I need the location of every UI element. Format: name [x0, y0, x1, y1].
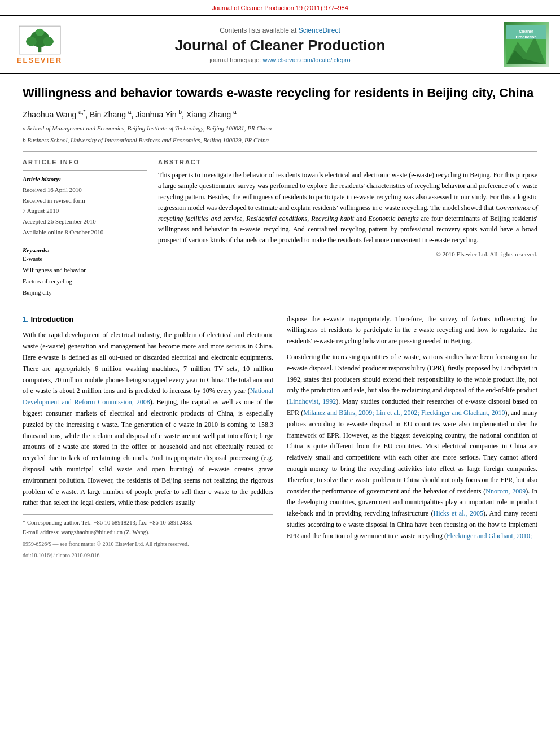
ref-lindhqvist[interactable]: Lindhqvist, 1992 — [289, 397, 336, 405]
journal-main-title: Journal of Cleaner Production — [68, 37, 492, 54]
top-bar: Journal of Cleaner Production 19 (2011) … — [0, 0, 560, 15]
footnote-line-1: * Corresponding author. Tel.: +86 10 689… — [23, 518, 273, 528]
paper-title: Willingness and behavior towards e-waste… — [23, 85, 537, 102]
keyword-1: E-waste — [23, 254, 147, 265]
article-info-abstract-section: ARTICLE INFO Article history: Received 1… — [23, 159, 537, 298]
article-history-block: Article history: Received 16 April 2010 … — [23, 170, 147, 237]
doi-text: doi:10.1016/j.jclepro.2010.09.016 — [23, 552, 99, 558]
affiliation-b: b Business School, University of Interna… — [23, 136, 537, 145]
sciencedirect-line: Contents lists available at ScienceDirec… — [68, 27, 492, 34]
affiliation-a: a School of Management and Economics, Be… — [23, 124, 537, 133]
article-info-column: ARTICLE INFO Article history: Received 1… — [23, 159, 147, 298]
elsevier-logo: ELSEVIER — [11, 25, 68, 64]
keywords-block: Keywords: E-waste Willingness and behavi… — [23, 243, 147, 298]
issn-line: 0959-6526/$ — see front matter © 2010 El… — [23, 540, 273, 549]
svg-point-5 — [36, 28, 44, 36]
body-left-column: 1. Introduction With the rapid developme… — [23, 314, 273, 560]
authors-text: Zhaohua Wang a,*, Bin Zhang a, Jianhua Y… — [23, 110, 237, 119]
section1-num: 1. — [23, 315, 30, 324]
journal-homepage-link[interactable]: www.elsevier.com/locate/jclepro — [262, 56, 350, 63]
accepted-date: Accepted 26 September 2010 — [23, 216, 147, 227]
received-revised-label: Received in revised form — [23, 195, 147, 206]
paper-meta-section: Willingness and behavior towards e-waste… — [0, 74, 560, 304]
ref-link-1[interactable]: National Development and Reform Commissi… — [23, 387, 273, 406]
journal-homepage-line: journal homepage: www.elsevier.com/locat… — [68, 56, 492, 63]
abstract-body: This paper is to investigate the behavio… — [158, 170, 537, 246]
revised-date: 7 August 2010 — [23, 206, 147, 216]
body-para-3: Considering the increasing quantities of… — [287, 352, 537, 542]
body-two-columns: 1. Introduction With the rapid developme… — [23, 314, 537, 560]
elsevier-tree-icon — [19, 25, 61, 55]
keyword-3: Factors of recycling — [23, 276, 147, 287]
cleaner-production-logo: Cleaner Production — [492, 22, 549, 67]
ref-nnorom[interactable]: Nnorom, 2009 — [485, 487, 526, 495]
section1-heading: 1. Introduction — [23, 314, 273, 326]
keywords-list: E-waste Willingness and behavior Factors… — [23, 254, 147, 298]
body-section: 1. Introduction With the rapid developme… — [0, 314, 560, 560]
abstract-text-content: This paper is to investigate the behavio… — [158, 171, 537, 244]
ref-milanez[interactable]: Milanez and Bührs, 2009; Lin et al., 200… — [303, 409, 505, 417]
cleaner-prod-logo-box: Cleaner Production — [504, 22, 549, 67]
svg-point-4 — [43, 36, 54, 46]
journal-header-center: Contents lists available at ScienceDirec… — [68, 27, 492, 63]
doi-line: doi:10.1016/j.jclepro.2010.09.016 — [23, 551, 273, 560]
cleaner-prod-image: Cleaner Production — [506, 25, 546, 64]
sciencedirect-link[interactable]: ScienceDirect — [299, 27, 340, 34]
footnote-line-2: E-mail address: wangzhaohua@bit.edu.cn (… — [23, 528, 273, 538]
abstract-column: ABSTRACT This paper is to investigate th… — [158, 159, 537, 298]
ref-hicks[interactable]: Hicks et al., 2005 — [433, 509, 483, 517]
authors-line: Zhaohua Wang a,*, Bin Zhang a, Jianhua Y… — [23, 110, 537, 120]
svg-text:Cleaner: Cleaner — [519, 29, 533, 33]
svg-point-3 — [26, 36, 37, 46]
keyword-4: Beijing city — [23, 287, 147, 299]
keyword-2: Willingness and behavior — [23, 265, 147, 276]
journal-header: ELSEVIER Contents lists available at Sci… — [0, 15, 560, 74]
elsevier-wordmark: ELSEVIER — [17, 56, 62, 64]
copyright-line: © 2010 Elsevier Ltd. All rights reserved… — [158, 251, 537, 257]
issn-text: 0959-6526/$ — see front matter © 2010 El… — [23, 541, 189, 547]
journal-ref-small: Journal of Cleaner Production 19 (2011) … — [212, 5, 348, 11]
body-right-column: dispose the e-waste inappropriately. The… — [287, 314, 537, 560]
body-para-1: With the rapid development of electrical… — [23, 330, 273, 509]
section1-title: Introduction — [30, 315, 73, 324]
article-info-label: ARTICLE INFO — [23, 159, 147, 165]
section-divider — [23, 151, 537, 152]
history-title: Article history: — [23, 174, 147, 185]
keywords-label: Keywords: — [23, 247, 147, 254]
received-date: Received 16 April 2010 — [23, 185, 147, 195]
available-date: Available online 8 October 2010 — [23, 227, 147, 238]
footnote-area: * Corresponding author. Tel.: +86 10 689… — [23, 514, 273, 560]
abstract-label: ABSTRACT — [158, 159, 537, 165]
body-para-2: dispose the e-waste inappropriately. The… — [287, 314, 537, 347]
svg-text:Production: Production — [516, 35, 537, 39]
body-divider — [23, 309, 537, 309]
ref-fleckinger2[interactable]: Fleckinger and Glachant, 2010; — [447, 532, 532, 540]
